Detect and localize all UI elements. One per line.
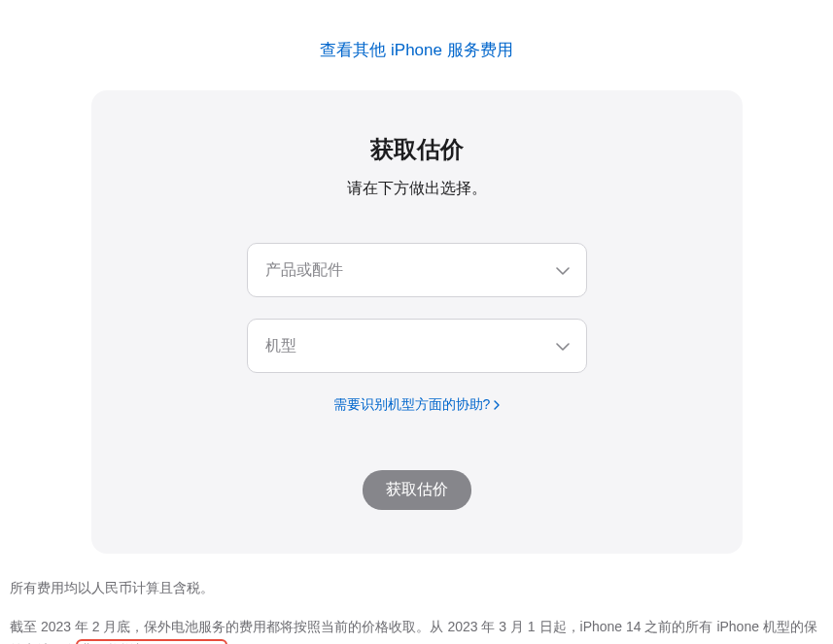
card-subtitle: 请在下方做出选择。 [130,179,704,199]
other-services-link[interactable]: 查看其他 iPhone 服务费用 [320,41,512,59]
select-product[interactable]: 产品或配件 [247,243,587,297]
footer-notes: 所有费用均以人民币计算且含税。 截至 2023 年 2 月底，保外电池服务的费用… [10,554,823,644]
submit-wrap: 获取估价 [130,470,704,510]
estimate-card: 获取估价 请在下方做出选择。 产品或配件 机型 需要识别机型方面 [91,90,743,554]
select-model[interactable]: 机型 [247,319,587,373]
footer-line-2: 截至 2023 年 2 月底，保外电池服务的费用都将按照当前的价格收取。从 20… [10,616,823,644]
help-link-label: 需要识别机型方面的协助? [333,396,491,414]
price-increase-highlight: 费用将增加 RMB 169。 [76,639,227,644]
identify-model-help-link[interactable]: 需要识别机型方面的协助? [333,396,501,414]
select-product-wrap: 产品或配件 [247,243,587,297]
footer-line-1: 所有费用均以人民币计算且含税。 [10,577,823,600]
card-title: 获取估价 [130,134,704,165]
select-model-wrap: 机型 [247,319,587,373]
top-link-wrap: 查看其他 iPhone 服务费用 [10,0,823,90]
select-model-placeholder: 机型 [265,336,296,356]
chevron-right-icon [494,397,500,413]
get-estimate-button[interactable]: 获取估价 [363,470,471,510]
select-product-placeholder: 产品或配件 [265,260,343,281]
